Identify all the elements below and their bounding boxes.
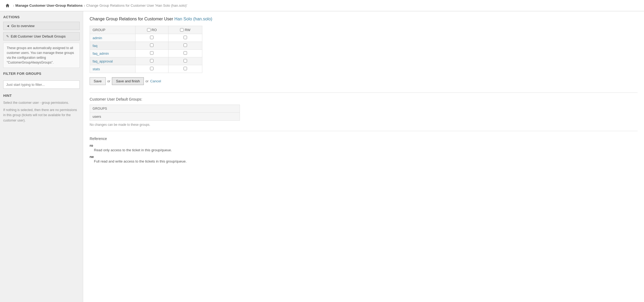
info-box: These groups are automatically assigned … <box>3 43 80 68</box>
col-rw: RW <box>168 26 202 34</box>
group-name-cell: faq <box>90 42 136 50</box>
no-changes-text: No changes can be made to these groups. <box>90 123 638 127</box>
ro-checkbox-faq_approval[interactable] <box>150 59 153 62</box>
default-groups-title: Customer User Default Groups: <box>90 97 638 101</box>
reference-section: Reference roRead only access to the tick… <box>90 137 638 163</box>
reference-description: Read only access to the ticket in this g… <box>94 148 638 152</box>
go-to-overview-button[interactable]: ◄ Go to overview <box>3 22 80 30</box>
edit-icon: ✎ <box>6 34 9 38</box>
ro-checkbox-faq[interactable] <box>150 43 153 47</box>
group-name-cell: faq_approval <box>90 57 136 65</box>
breadcrumb-item-2: Change Group Relations for Customer User… <box>86 3 187 8</box>
ro-checkbox-cell <box>135 57 168 65</box>
edit-default-groups-button[interactable]: ✎ Edit Customer User Default Groups <box>3 32 80 40</box>
breadcrumb-separator-2: › <box>84 3 85 8</box>
filter-input[interactable] <box>3 80 80 89</box>
save-and-finish-button[interactable]: Save and finish <box>112 77 144 85</box>
home-icon[interactable] <box>3 1 12 10</box>
reference-key: rw <box>90 155 638 159</box>
group-name-cell: admin <box>90 34 136 42</box>
reference-item: roRead only access to the ticket in this… <box>90 143 638 152</box>
ro-checkbox-cell <box>135 50 168 57</box>
rw-checkbox-cell <box>168 57 202 65</box>
col-ro: RO <box>135 26 168 34</box>
ro-checkbox-admin[interactable] <box>150 36 153 39</box>
ro-checkbox-cell <box>135 34 168 42</box>
reference-item: rwFull read and write access to the tick… <box>90 155 638 163</box>
rw-checkbox-cell <box>168 34 202 42</box>
default-groups-table: GROUPS users <box>90 105 240 121</box>
action-buttons: Save or Save and finish or Cancel <box>90 77 638 85</box>
ro-checkbox-cell <box>135 65 168 73</box>
hint-text: Select the customer user - group permiss… <box>3 100 80 123</box>
main-content: Change Group Relations for Customer User… <box>83 11 644 302</box>
sidebar: Actions ◄ Go to overview ✎ Edit Customer… <box>0 11 83 302</box>
col-group: GROUP <box>90 26 136 34</box>
group-name-cell: stats <box>90 65 136 73</box>
section-divider-1 <box>90 93 638 93</box>
rw-checkbox-faq_admin[interactable] <box>184 51 187 55</box>
rw-select-all-checkbox[interactable] <box>180 28 184 32</box>
rw-checkbox-admin[interactable] <box>184 36 187 39</box>
ro-select-all-checkbox[interactable] <box>147 28 151 32</box>
breadcrumb: › Manage Customer User-Group Relations ›… <box>0 0 644 11</box>
ro-checkbox-faq_admin[interactable] <box>150 51 153 55</box>
rw-checkbox-cell <box>168 42 202 50</box>
rw-checkbox-cell <box>168 50 202 57</box>
rw-checkbox-stats[interactable] <box>184 67 187 70</box>
rw-checkbox-faq[interactable] <box>184 43 187 47</box>
section-divider-2 <box>90 131 638 131</box>
rw-checkbox-cell <box>168 65 202 73</box>
or-label-1: or <box>107 79 111 83</box>
filter-title: Filter for Groups <box>3 72 80 76</box>
reference-key: ro <box>90 143 638 148</box>
filter-section: Filter for Groups <box>3 72 80 89</box>
breadcrumb-item-1: Manage Customer User-Group Relations <box>15 3 83 8</box>
group-name-cell: faq_admin <box>90 50 136 57</box>
rw-checkbox-faq_approval[interactable] <box>184 59 187 62</box>
content-title: Change Group Relations for Customer User… <box>90 17 638 21</box>
reference-title: Reference <box>90 137 638 141</box>
default-groups-col: GROUPS <box>90 105 240 113</box>
hint-section: Hint Select the customer user - group pe… <box>3 94 80 123</box>
hint-title: Hint <box>3 94 80 98</box>
back-icon: ◄ <box>6 24 10 28</box>
breadcrumb-separator-1: › <box>13 3 14 8</box>
ro-checkbox-cell <box>135 42 168 50</box>
save-button[interactable]: Save <box>90 77 106 85</box>
group-permissions-table: GROUP RO RW <box>90 26 202 73</box>
or-label-2: or <box>145 79 149 83</box>
reference-description: Full read and write access to the ticket… <box>94 159 638 163</box>
default-group-row: users <box>90 113 240 121</box>
actions-title: Actions <box>3 15 80 19</box>
cancel-button[interactable]: Cancel <box>150 79 161 83</box>
ro-checkbox-stats[interactable] <box>150 67 153 70</box>
